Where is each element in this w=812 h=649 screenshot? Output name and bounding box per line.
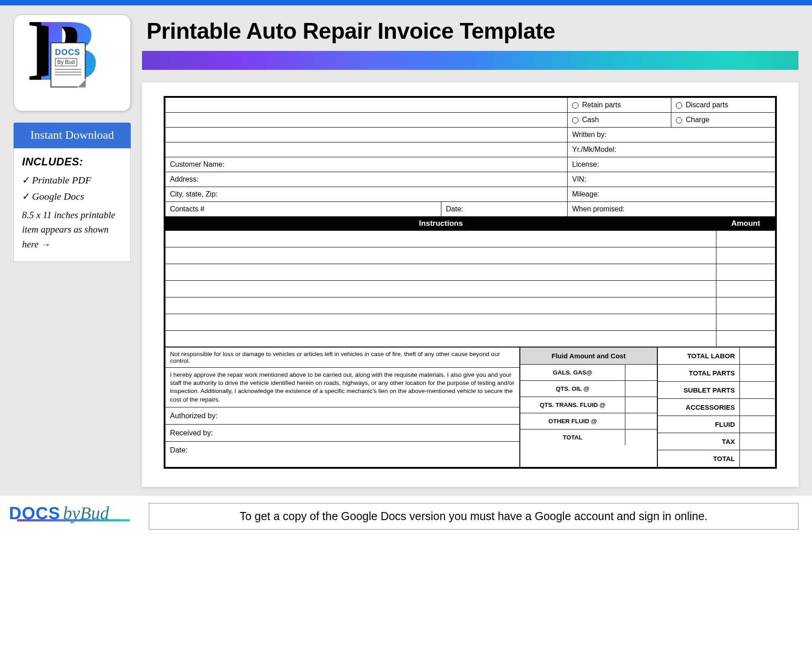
cash-option[interactable]: Cash — [568, 113, 671, 127]
includes-panel: INCLUDES: ✓Printable PDF ✓Google Docs 8.… — [14, 148, 131, 262]
tax-row: TAX — [658, 433, 775, 450]
instruction-line[interactable] — [165, 231, 775, 247]
when-promised-field[interactable]: When promised: — [568, 202, 775, 216]
charge-option[interactable]: Charge — [671, 113, 775, 127]
radio-icon — [676, 102, 682, 109]
logo-document-icon: DOCS By Bud — [50, 42, 86, 87]
top-accent-bar — [0, 0, 812, 5]
footer-google-note: To get a copy of the Google Docs version… — [149, 503, 798, 530]
mileage-field[interactable]: Mileage: — [568, 187, 775, 201]
year-make-model-field[interactable]: Yr./Mk/Model: — [568, 142, 775, 157]
fluid-other-row[interactable]: OTHER FLUID @ — [520, 413, 657, 430]
row-customer-license: Customer Name: License: — [165, 157, 775, 172]
footer: DOCS byBud To get a copy of the Google D… — [0, 496, 812, 536]
instant-download-header: Instant Download — [14, 123, 131, 148]
contacts-field[interactable]: Contacts # — [165, 202, 441, 216]
discard-parts-option[interactable]: Discard parts — [671, 98, 775, 112]
instruction-line[interactable] — [165, 281, 775, 297]
main-content: B B DOCS By Bud Instant Download INCLUDE… — [0, 5, 812, 496]
instruction-line[interactable] — [165, 264, 775, 281]
logo-text-docs: DOCS — [55, 48, 81, 57]
signature-date-field[interactable]: Date: — [165, 442, 519, 458]
row-address-vin: Address: VIN: — [165, 172, 775, 187]
radio-icon — [572, 117, 578, 123]
instruction-line[interactable] — [165, 297, 775, 314]
footer-logo-wrap: DOCS byBud — [9, 503, 135, 530]
instruction-line[interactable] — [165, 331, 775, 347]
customer-name-field[interactable]: Customer Name: — [165, 157, 568, 172]
brand-logo-box: B B DOCS By Bud — [14, 14, 131, 111]
right-main: Printable Auto Repair Invoice Template R… — [142, 14, 798, 487]
vin-field[interactable]: VIN: — [568, 172, 775, 187]
radio-icon — [572, 102, 578, 109]
invoice-form: Retain parts Discard parts Cash Charge W… — [164, 96, 777, 469]
fluid-cost-col: Fluid Amount and Cost GALS. GAS@ QTS. OI… — [520, 347, 658, 467]
includes-title: INCLUDES: — [22, 155, 122, 168]
written-by-field[interactable]: Written by: — [568, 128, 775, 142]
document-preview: Retain parts Discard parts Cash Charge W… — [142, 82, 798, 487]
gradient-divider-bar — [142, 51, 798, 70]
fluid-total-row: TOTAL — [520, 430, 657, 445]
row-city-mileage: City, state, Zip: Mileage: — [165, 187, 775, 202]
instructions-header: Instructions — [165, 216, 716, 231]
radio-icon — [676, 117, 682, 123]
instruction-line[interactable] — [165, 314, 775, 331]
check-icon: ✓ — [22, 191, 30, 202]
fluid-header: Fluid Amount and Cost — [520, 347, 657, 365]
total-parts-row: TOTAL PARTS — [658, 365, 775, 382]
grand-total-row: TOTAL — [658, 450, 775, 467]
fluid-trans-row[interactable]: QTS. TRANS. FLUID @ — [520, 397, 657, 413]
instructions-header-row: Instructions Amount — [165, 216, 775, 231]
disclaimer-signature-col: Not responsible for loss or damage to ve… — [165, 347, 520, 467]
fluid-oil-row[interactable]: QTS. OIL @ — [520, 381, 657, 397]
disclaimer-text: Not responsible for loss or damage to ve… — [165, 347, 519, 368]
bottom-totals-area: Not responsible for loss or damage to ve… — [165, 347, 775, 467]
total-labor-row: TOTAL LABOR — [658, 347, 775, 365]
received-by-field[interactable]: Received by: — [165, 425, 519, 442]
amount-header: Amount — [716, 216, 775, 231]
instruction-line[interactable] — [165, 247, 775, 264]
fluid-total-row: FLUID — [658, 416, 775, 433]
row-parts-options: Retain parts Discard parts — [165, 98, 775, 113]
check-icon: ✓ — [22, 174, 30, 186]
date-field[interactable]: Date: — [441, 202, 568, 216]
totals-col: TOTAL LABOR TOTAL PARTS SUBLET PARTS ACC… — [658, 347, 775, 467]
row-written-by: Written by: — [165, 128, 775, 142]
authorized-by-field[interactable]: Authorized by: — [165, 407, 519, 425]
address-field[interactable]: Address: — [165, 172, 568, 187]
includes-dimensions-note: 8.5 x 11 inches printable item appears a… — [22, 208, 122, 252]
page-title: Printable Auto Repair Invoice Template — [147, 18, 798, 44]
logo-text-bybud: By Bud — [55, 58, 77, 66]
accessories-row: ACCESSORIES — [658, 399, 775, 416]
retain-parts-option[interactable]: Retain parts — [568, 98, 671, 112]
fluid-gas-row[interactable]: GALS. GAS@ — [520, 365, 657, 381]
includes-item-pdf: ✓Printable PDF — [22, 174, 122, 186]
city-field[interactable]: City, state, Zip: — [165, 187, 568, 201]
row-yrmk: Yr./Mk/Model: — [165, 142, 775, 157]
row-payment-options: Cash Charge — [165, 113, 775, 128]
sublet-parts-row: SUBLET PARTS — [658, 382, 775, 399]
license-field[interactable]: License: — [568, 157, 775, 172]
footer-gradient-underline — [17, 519, 130, 521]
row-contacts-date: Contacts # Date: When promised: — [165, 202, 775, 216]
includes-item-gdocs: ✓Google Docs — [22, 191, 122, 202]
approval-text: I hereby approve the repair work mention… — [165, 368, 519, 407]
left-sidebar: B B DOCS By Bud Instant Download INCLUDE… — [14, 14, 131, 487]
